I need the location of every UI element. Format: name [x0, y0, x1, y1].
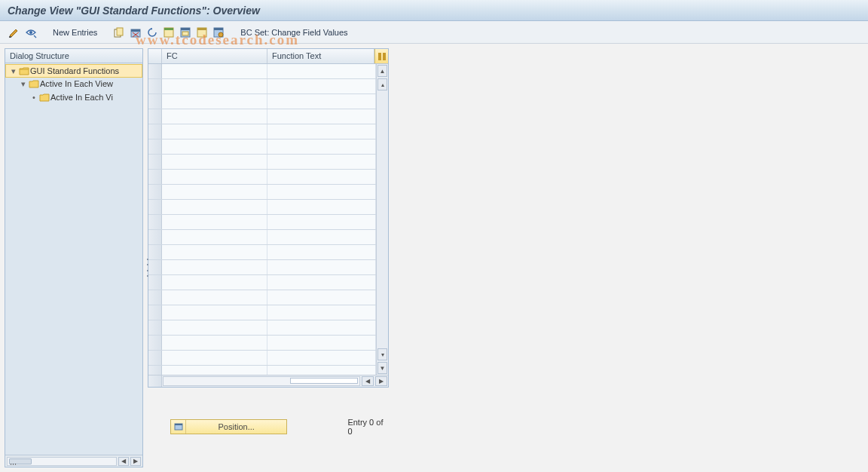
row-header[interactable]	[148, 155, 162, 169]
tree-item-active-in-each-view[interactable]: ▾ Active In Each View	[5, 77, 142, 90]
cell-function-text[interactable]	[267, 109, 376, 124]
table-row[interactable]	[148, 305, 376, 320]
cell-function-text[interactable]	[267, 320, 376, 335]
tree-toggle-icon[interactable]: ▾	[9, 66, 18, 76]
undo-change-icon[interactable]	[145, 26, 159, 39]
cell-function-text[interactable]	[267, 245, 376, 259]
cell-function-text[interactable]	[267, 200, 376, 214]
scroll-down-icon[interactable]: ▼	[377, 362, 387, 374]
cell-fc[interactable]	[162, 185, 267, 199]
splitter-handle[interactable]	[146, 256, 149, 279]
cell-function-text[interactable]	[267, 260, 376, 274]
row-header[interactable]	[148, 170, 162, 184]
cell-fc[interactable]	[162, 366, 267, 375]
table-row[interactable]	[148, 139, 376, 155]
table-row[interactable]	[148, 290, 376, 305]
cell-fc[interactable]	[162, 79, 267, 93]
table-row[interactable]	[148, 109, 376, 124]
row-header[interactable]	[148, 245, 162, 259]
cell-function-text[interactable]	[267, 215, 376, 229]
row-header[interactable]	[148, 64, 162, 78]
table-row[interactable]	[148, 275, 376, 290]
cell-fc[interactable]	[162, 290, 267, 305]
table-row[interactable]	[148, 320, 376, 336]
table-row[interactable]	[148, 245, 376, 260]
cell-fc[interactable]	[162, 305, 267, 320]
select-block-icon[interactable]	[179, 26, 192, 39]
row-header[interactable]	[148, 200, 162, 214]
cell-function-text[interactable]	[267, 351, 376, 365]
cell-fc[interactable]	[162, 351, 267, 365]
table-row[interactable]	[148, 351, 376, 366]
cell-fc[interactable]	[162, 170, 267, 184]
tree-item-gui-standard-functions[interactable]: ▾ GUI Standard Functions	[5, 64, 142, 78]
cell-fc[interactable]	[162, 155, 267, 169]
row-header[interactable]	[148, 305, 162, 320]
cell-fc[interactable]	[162, 124, 267, 139]
cell-function-text[interactable]	[267, 79, 376, 93]
cell-fc[interactable]	[162, 94, 267, 109]
cell-fc[interactable]	[162, 139, 267, 154]
cell-function-text[interactable]	[267, 290, 376, 305]
cell-function-text[interactable]	[267, 185, 376, 199]
cell-fc[interactable]	[162, 275, 267, 290]
table-row[interactable]	[148, 336, 376, 351]
other-view-icon[interactable]	[24, 26, 38, 39]
cell-function-text[interactable]	[267, 275, 376, 290]
table-row[interactable]	[148, 124, 376, 139]
cell-fc[interactable]	[162, 109, 267, 124]
column-header-fc[interactable]: FC	[162, 49, 267, 63]
sidebar-hscroll-left-icon[interactable]: ◀	[118, 457, 129, 466]
row-header[interactable]	[148, 260, 162, 274]
cell-fc[interactable]	[162, 200, 267, 214]
table-row[interactable]	[148, 170, 376, 185]
row-header[interactable]	[148, 139, 162, 154]
cell-function-text[interactable]	[267, 155, 376, 169]
table-row[interactable]	[148, 94, 376, 109]
cell-function-text[interactable]	[267, 94, 376, 109]
hscroll-thumb[interactable]	[290, 378, 358, 384]
cell-fc[interactable]	[162, 260, 267, 274]
table-row[interactable]	[148, 64, 376, 79]
row-header[interactable]	[148, 351, 162, 365]
row-header[interactable]	[148, 79, 162, 93]
sidebar-hscroll-thumb[interactable]: ···	[9, 458, 32, 464]
row-header[interactable]	[148, 366, 162, 375]
row-header[interactable]	[148, 185, 162, 199]
table-settings-icon[interactable]	[212, 26, 225, 39]
table-row[interactable]	[148, 230, 376, 245]
table-row[interactable]	[148, 366, 376, 375]
sidebar-hscroll-right-icon[interactable]: ▶	[130, 457, 141, 466]
toggle-display-change-icon[interactable]	[8, 26, 21, 39]
grid-corner[interactable]	[148, 49, 162, 63]
hscroll-left-icon[interactable]: ◀	[362, 376, 374, 386]
bc-set-button[interactable]: BC Set: Change Field Values	[236, 28, 352, 37]
cell-function-text[interactable]	[267, 366, 376, 375]
cell-fc[interactable]	[162, 336, 267, 350]
cell-fc[interactable]	[162, 320, 267, 335]
configure-columns-icon[interactable]	[374, 49, 388, 63]
row-header[interactable]	[148, 109, 162, 124]
cell-function-text[interactable]	[267, 124, 376, 139]
cell-function-text[interactable]	[267, 336, 376, 350]
cell-fc[interactable]	[162, 64, 267, 78]
cell-function-text[interactable]	[267, 230, 376, 244]
row-header[interactable]	[148, 124, 162, 139]
table-row[interactable]	[148, 215, 376, 230]
table-row[interactable]	[148, 185, 376, 200]
tree-toggle-icon[interactable]: ▾	[19, 79, 28, 89]
cell-function-text[interactable]	[267, 170, 376, 184]
scroll-step-down-icon[interactable]: ▾	[377, 348, 387, 360]
row-header[interactable]	[148, 336, 162, 350]
table-row[interactable]	[148, 260, 376, 275]
scroll-step-up-icon[interactable]: ▴	[377, 78, 387, 90]
row-header[interactable]	[148, 290, 162, 305]
select-all-icon[interactable]	[162, 26, 176, 39]
row-header[interactable]	[148, 275, 162, 290]
cell-fc[interactable]	[162, 245, 267, 259]
cell-function-text[interactable]	[267, 64, 376, 78]
hscroll-right-icon[interactable]: ▶	[375, 376, 387, 386]
cell-function-text[interactable]	[267, 139, 376, 154]
tree-item-active-in-each-vi[interactable]: • Active In Each Vi	[5, 90, 142, 104]
table-row[interactable]	[148, 200, 376, 215]
